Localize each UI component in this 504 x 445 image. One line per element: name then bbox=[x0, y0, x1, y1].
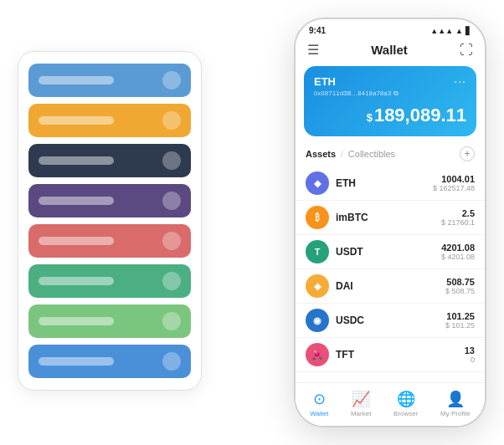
nav-item-my-profile[interactable]: 👤My Profile bbox=[440, 390, 471, 417]
token-amounts-dai: 508.75$ 508.75 bbox=[445, 277, 475, 295]
status-time: 9:41 bbox=[309, 26, 326, 35]
card-icon-4 bbox=[162, 232, 181, 250]
token-name-usdt: USDT bbox=[336, 246, 441, 258]
card-label-7 bbox=[39, 357, 114, 366]
eth-card-label: ETH bbox=[314, 75, 336, 88]
card-icon-1 bbox=[162, 111, 181, 130]
status-bar: 9:41 ▲▲▲ ▲ ▋ bbox=[296, 19, 485, 38]
token-icon-usdt: T bbox=[306, 240, 329, 263]
token-usd-imbtc: $ 21760.1 bbox=[441, 218, 475, 227]
bottom-nav: ⊙Wallet📈Market🌐Browser👤My Profile bbox=[296, 382, 485, 426]
token-icon-usdc: ◉ bbox=[306, 309, 329, 332]
battery-icon: ▋ bbox=[465, 27, 471, 35]
token-amount-usdt: 4201.08 bbox=[441, 243, 475, 253]
token-usd-dai: $ 508.75 bbox=[445, 287, 475, 295]
wifi-icon: ▲ bbox=[455, 27, 463, 35]
nav-icon-my-profile: 👤 bbox=[446, 390, 465, 408]
token-amount-eth: 1004.01 bbox=[433, 174, 475, 184]
token-name-usdc: USDC bbox=[336, 315, 445, 326]
token-icon-dai: ◈ bbox=[306, 274, 329, 298]
card-icon-3 bbox=[162, 192, 181, 210]
card-item-2[interactable] bbox=[28, 144, 191, 177]
card-label-2 bbox=[39, 156, 114, 165]
token-list: ◆ETH1004.01$ 162517.48₿imBTC2.5$ 21760.1… bbox=[296, 166, 485, 382]
assets-header: Assets / Collectibles + bbox=[296, 143, 485, 166]
card-icon-0 bbox=[162, 71, 181, 90]
token-row-usdt[interactable]: TUSDT4201.08$ 4201.08 bbox=[296, 235, 485, 269]
token-amount-dai: 508.75 bbox=[445, 277, 475, 287]
tab-assets[interactable]: Assets bbox=[306, 149, 336, 159]
menu-icon[interactable]: ☰ bbox=[307, 42, 319, 58]
nav-bar: ☰ Wallet ⛶ bbox=[296, 38, 485, 63]
eth-card[interactable]: ETH ··· 0x08711d3B...8418a78a3 ⧉ $189,08… bbox=[304, 66, 476, 136]
card-item-4[interactable] bbox=[28, 224, 191, 258]
token-usd-eth: $ 162517.48 bbox=[433, 184, 475, 192]
expand-icon[interactable]: ⛶ bbox=[460, 43, 473, 58]
token-row-eth[interactable]: ◆ETH1004.01$ 162517.48 bbox=[296, 166, 485, 201]
token-amounts-usdt: 4201.08$ 4201.08 bbox=[441, 243, 475, 261]
scene: 9:41 ▲▲▲ ▲ ▋ ☰ Wallet ⛶ ETH ··· 0x0871 bbox=[18, 18, 486, 427]
card-label-5 bbox=[39, 277, 114, 285]
assets-tabs: Assets / Collectibles bbox=[306, 149, 395, 159]
tab-separator: / bbox=[341, 150, 343, 159]
card-label-0 bbox=[39, 76, 114, 84]
nav-icon-market: 📈 bbox=[352, 390, 370, 408]
card-icon-7 bbox=[162, 352, 181, 371]
nav-item-browser[interactable]: 🌐Browser bbox=[393, 390, 418, 417]
card-label-6 bbox=[39, 317, 114, 325]
nav-label-market: Market bbox=[351, 410, 371, 417]
card-stack bbox=[18, 51, 202, 391]
token-row-usdc[interactable]: ◉USDC101.25$ 101.25 bbox=[296, 304, 485, 338]
token-amounts-imbtc: 2.5$ 21760.1 bbox=[441, 208, 475, 227]
token-amounts-eth: 1004.01$ 162517.48 bbox=[433, 174, 475, 192]
eth-card-dots[interactable]: ··· bbox=[454, 74, 466, 88]
card-icon-6 bbox=[162, 312, 181, 330]
token-amount-usdc: 101.25 bbox=[445, 311, 475, 321]
nav-item-wallet[interactable]: ⊙Wallet bbox=[310, 390, 328, 417]
card-icon-2 bbox=[162, 151, 181, 170]
status-icons: ▲▲▲ ▲ ▋ bbox=[430, 27, 471, 35]
token-row-imbtc[interactable]: ₿imBTC2.5$ 21760.1 bbox=[296, 201, 485, 235]
token-row-tft[interactable]: 🌺TFT130 bbox=[296, 338, 485, 372]
card-item-0[interactable] bbox=[28, 64, 191, 97]
token-usd-usdt: $ 4201.08 bbox=[441, 253, 475, 261]
phone-frame: 9:41 ▲▲▲ ▲ ▋ ☰ Wallet ⛶ ETH ··· 0x0871 bbox=[294, 18, 486, 427]
nav-icon-browser: 🌐 bbox=[397, 390, 415, 408]
token-name-dai: DAI bbox=[336, 280, 445, 292]
nav-label-my-profile: My Profile bbox=[440, 410, 471, 417]
eth-balance: $189,089.11 bbox=[314, 105, 466, 126]
card-label-4 bbox=[39, 237, 114, 245]
token-amount-imbtc: 2.5 bbox=[441, 208, 475, 218]
card-item-3[interactable] bbox=[28, 184, 191, 217]
token-icon-imbtc: ₿ bbox=[306, 206, 329, 229]
card-item-6[interactable] bbox=[28, 304, 191, 338]
nav-label-browser: Browser bbox=[393, 410, 418, 417]
card-item-1[interactable] bbox=[28, 104, 191, 137]
eth-balance-symbol: $ bbox=[367, 111, 373, 124]
token-icon-tft: 🌺 bbox=[306, 343, 329, 366]
nav-icon-wallet: ⊙ bbox=[313, 390, 326, 408]
token-usd-tft: 0 bbox=[465, 355, 475, 364]
token-name-imbtc: imBTC bbox=[336, 212, 441, 223]
add-asset-button[interactable]: + bbox=[460, 146, 475, 161]
eth-address: 0x08711d3B...8418a78a3 ⧉ bbox=[314, 90, 466, 98]
card-item-5[interactable] bbox=[28, 264, 191, 298]
tab-collectibles[interactable]: Collectibles bbox=[348, 149, 395, 159]
eth-balance-value: 189,089.11 bbox=[374, 105, 466, 125]
card-item-7[interactable] bbox=[28, 345, 191, 378]
token-amounts-tft: 130 bbox=[465, 345, 475, 364]
token-name-tft: TFT bbox=[336, 349, 465, 361]
card-label-1 bbox=[39, 116, 114, 125]
token-usd-usdc: $ 101.25 bbox=[445, 321, 475, 330]
token-amounts-usdc: 101.25$ 101.25 bbox=[445, 311, 475, 330]
nav-item-market[interactable]: 📈Market bbox=[351, 390, 371, 417]
card-label-3 bbox=[39, 197, 114, 205]
card-icon-5 bbox=[162, 272, 181, 290]
signal-icon: ▲▲▲ bbox=[430, 27, 453, 35]
token-row-dai[interactable]: ◈DAI508.75$ 508.75 bbox=[296, 269, 485, 304]
nav-label-wallet: Wallet bbox=[310, 410, 328, 417]
token-name-eth: ETH bbox=[336, 177, 433, 189]
token-icon-eth: ◆ bbox=[306, 171, 329, 195]
nav-title: Wallet bbox=[371, 43, 408, 57]
token-amount-tft: 13 bbox=[465, 345, 475, 355]
